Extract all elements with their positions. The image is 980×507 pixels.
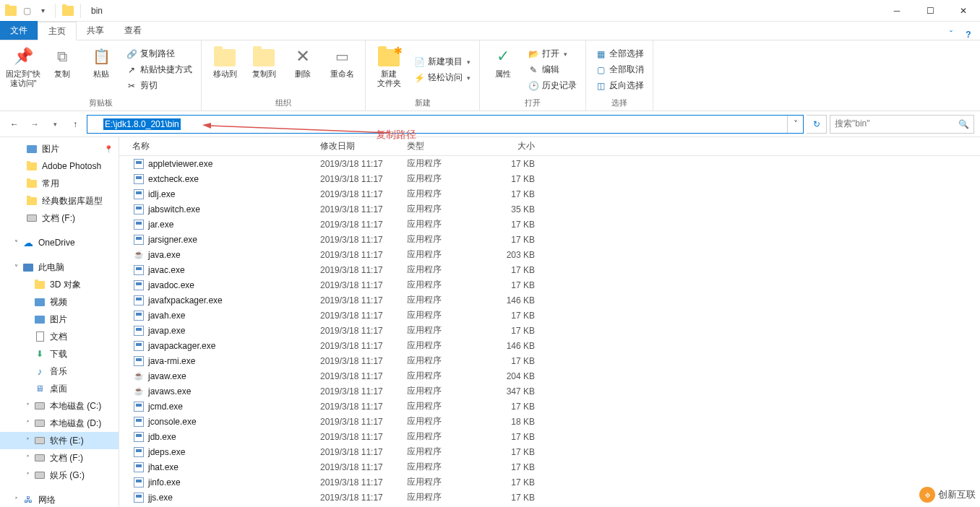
sidebar-item[interactable]: ˃本地磁盘 (C:) <box>0 397 119 415</box>
delete-button[interactable]: ✕删除 <box>285 43 320 96</box>
ribbon-collapse-icon[interactable]: ˇ <box>945 30 963 40</box>
file-row[interactable]: jjs.exe2019/3/18 11:17应用程序17 KB <box>119 490 980 505</box>
file-row[interactable]: jabswitch.exe2019/3/18 11:17应用程序35 KB <box>119 202 980 217</box>
rename-button[interactable]: ▭重命名 <box>324 43 359 96</box>
file-row[interactable]: jdeps.exe2019/3/18 11:17应用程序17 KB <box>119 444 980 459</box>
up-button[interactable]: ↑ <box>66 116 84 133</box>
new-item-button[interactable]: 📄新建项目▾ <box>411 54 473 70</box>
file-row[interactable]: javap.exe2019/3/18 11:17应用程序17 KB <box>119 323 980 338</box>
new-folder-button[interactable]: 新建 文件夹 <box>371 43 406 96</box>
move-to-button[interactable]: 移动到 <box>207 43 242 96</box>
select-none-button[interactable]: ▢全部取消 <box>592 62 647 78</box>
file-row[interactable]: javac.exe2019/3/18 11:17应用程序17 KB <box>119 262 980 277</box>
sidebar-item[interactable]: ˃♪音乐 <box>0 363 119 380</box>
open-button[interactable]: 📂打开▾ <box>525 46 580 62</box>
sidebar-icon <box>26 212 38 224</box>
maximize-button[interactable]: ☐ <box>914 0 947 22</box>
file-row[interactable]: jhat.exe2019/3/18 11:17应用程序17 KB <box>119 459 980 474</box>
ribbon-group-organize: 移动到 复制到 ✕删除 ▭重命名 组织 <box>202 40 366 110</box>
column-name[interactable]: 名称 <box>132 140 320 152</box>
close-button[interactable]: ✕ <box>947 0 980 22</box>
sidebar-item-network[interactable]: ˃🖧网络 <box>0 491 119 507</box>
tab-home[interactable]: 主页 <box>38 22 77 40</box>
copy-path-button[interactable]: 🔗复制路径 <box>123 46 195 62</box>
sidebar-icon <box>34 296 46 308</box>
recent-dropdown-icon[interactable]: ▾ <box>46 116 64 133</box>
forward-button[interactable]: → <box>26 116 43 133</box>
file-icon <box>132 325 145 337</box>
sidebar-item[interactable]: ˃3D 对象 <box>0 276 119 293</box>
sidebar-item[interactable]: 文档 (F:) <box>0 209 119 227</box>
address-dropdown-icon[interactable]: ˅ <box>787 116 803 133</box>
cut-button[interactable]: ✂剪切 <box>123 78 195 94</box>
sidebar-item[interactable]: ˃视频 <box>0 293 119 311</box>
sidebar-item[interactable]: 常用 <box>0 175 119 192</box>
minimize-button[interactable]: ─ <box>880 0 914 22</box>
file-icon <box>132 280 145 291</box>
copy-button[interactable]: ⧉ 复制 <box>45 43 79 96</box>
tab-file[interactable]: 文件 <box>0 21 38 40</box>
history-button[interactable]: 🕑历史记录 <box>525 78 580 94</box>
file-icon <box>132 158 145 170</box>
address-path[interactable]: E:\jdk1.8.0_201\bin <box>103 118 181 130</box>
file-row[interactable]: jar.exe2019/3/18 11:17应用程序17 KB <box>119 217 980 232</box>
file-row[interactable]: idlj.exe2019/3/18 11:17应用程序17 KB <box>119 186 980 202</box>
sidebar-item[interactable]: ˃娱乐 (G:) <box>0 467 119 484</box>
new-item-icon: 📄 <box>413 56 425 68</box>
copy-to-button[interactable]: 复制到 <box>246 43 281 96</box>
sidebar-item[interactable]: ˃⬇下载 <box>0 345 119 363</box>
file-row[interactable]: jdb.exe2019/3/18 11:17应用程序17 KB <box>119 429 980 444</box>
sidebar-item[interactable]: Adobe Photosh <box>0 157 119 175</box>
file-row[interactable]: appletviewer.exe2019/3/18 11:17应用程序17 KB <box>119 156 980 171</box>
tab-share[interactable]: 共享 <box>77 21 114 40</box>
pin-to-quick-access-button[interactable]: 📌 固定到"快 速访问" <box>6 43 40 96</box>
sidebar-item[interactable]: ˃本地磁盘 (D:) <box>0 415 119 432</box>
select-all-button[interactable]: ▦全部选择 <box>592 46 647 62</box>
file-row[interactable]: ☕javaws.exe2019/3/18 11:17应用程序347 KB <box>119 384 980 399</box>
pin-icon: 📌 <box>12 45 35 68</box>
file-row[interactable]: javah.exe2019/3/18 11:17应用程序17 KB <box>119 308 980 323</box>
refresh-button[interactable]: ↻ <box>807 115 827 134</box>
back-button[interactable]: ← <box>6 116 23 133</box>
file-row[interactable]: javadoc.exe2019/3/18 11:17应用程序17 KB <box>119 277 980 292</box>
sidebar-item-thispc[interactable]: ˅此电脑 <box>0 259 119 276</box>
file-row[interactable]: ☕java.exe2019/3/18 11:17应用程序203 KB <box>119 247 980 262</box>
file-icon <box>132 204 145 215</box>
column-size[interactable]: 大小 <box>490 140 541 152</box>
edit-button[interactable]: ✎编辑 <box>525 62 580 78</box>
sidebar-item[interactable]: ˃文档 (F:) <box>0 449 119 467</box>
file-row[interactable]: ☕javaw.exe2019/3/18 11:17应用程序204 KB <box>119 368 980 384</box>
address-bar[interactable]: E:\jdk1.8.0_201\bin ˅ <box>87 115 804 134</box>
file-row[interactable]: jcmd.exe2019/3/18 11:17应用程序17 KB <box>119 399 980 414</box>
column-date[interactable]: 修改日期 <box>320 140 407 152</box>
file-row[interactable]: extcheck.exe2019/3/18 11:17应用程序17 KB <box>119 171 980 186</box>
group-label: 新建 <box>371 96 473 110</box>
divider <box>80 4 81 18</box>
file-row[interactable]: jarsigner.exe2019/3/18 11:17应用程序17 KB <box>119 232 980 247</box>
easy-access-button[interactable]: ⚡轻松访问▾ <box>411 70 473 86</box>
paste-button[interactable]: 📋 粘贴 <box>84 43 119 96</box>
sidebar-item[interactable]: ˃🖥桌面 <box>0 380 119 397</box>
tab-view[interactable]: 查看 <box>114 21 152 40</box>
file-row[interactable]: java-rmi.exe2019/3/18 11:17应用程序17 KB <box>119 353 980 368</box>
qat-dropdown-icon[interactable]: ▾ <box>36 4 49 17</box>
sidebar-item[interactable]: 经典数据库题型 <box>0 192 119 209</box>
file-row[interactable]: jinfo.exe2019/3/18 11:17应用程序17 KB <box>119 474 980 490</box>
sidebar-item[interactable]: ˃图片 <box>0 311 119 328</box>
file-list[interactable]: appletviewer.exe2019/3/18 11:17应用程序17 KB… <box>119 156 980 507</box>
sidebar-item-onedrive[interactable]: ˅☁OneDrive <box>0 234 119 251</box>
search-input[interactable]: 搜索"bin" 🔍 <box>830 115 974 134</box>
help-icon[interactable]: ? <box>963 30 980 40</box>
sidebar-item[interactable]: ˃软件 (E:) <box>0 432 119 449</box>
invert-selection-button[interactable]: ◫反向选择 <box>592 78 647 94</box>
properties-button[interactable]: ✓属性 <box>486 43 520 96</box>
sidebar-item[interactable]: 图片📍 <box>0 140 119 157</box>
sidebar-icon <box>34 435 46 446</box>
file-row[interactable]: javafxpackager.exe2019/3/18 11:17应用程序146… <box>119 292 980 308</box>
sidebar-item[interactable]: ˃文档 <box>0 328 119 345</box>
qat-item-icon[interactable]: ▢ <box>20 4 33 17</box>
column-type[interactable]: 类型 <box>407 140 490 152</box>
file-row[interactable]: jconsole.exe2019/3/18 11:17应用程序18 KB <box>119 414 980 429</box>
paste-shortcut-button[interactable]: ↗粘贴快捷方式 <box>123 62 195 78</box>
file-row[interactable]: javapackager.exe2019/3/18 11:17应用程序146 K… <box>119 338 980 353</box>
